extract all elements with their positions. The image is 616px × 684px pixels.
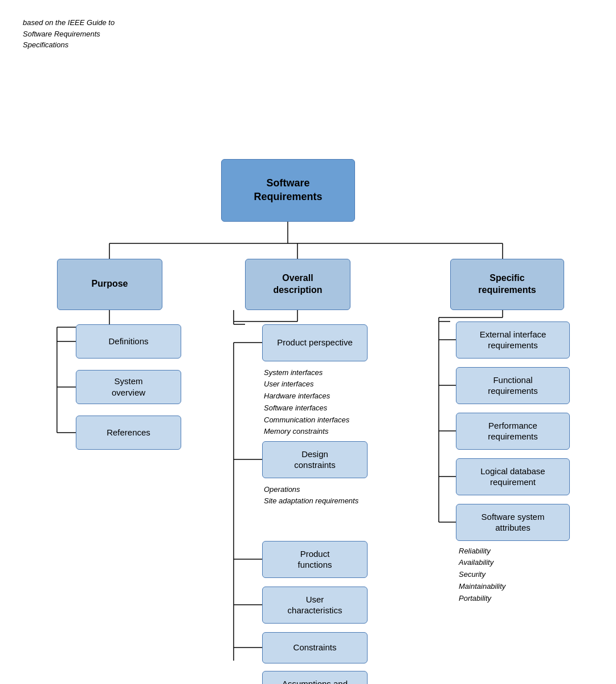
design-constraints-box: Designconstraints	[262, 441, 368, 478]
root-box: SoftwareRequirements	[221, 159, 355, 222]
diagram: SoftwareRequirements Purpose Overalldesc…	[0, 62, 616, 661]
overall-description-box: Overalldescription	[245, 259, 350, 310]
functional-requirements-box: Functionalrequirements	[456, 367, 570, 404]
external-interface-box: External interfacerequirements	[456, 321, 570, 359]
product-functions-box: Productfunctions	[262, 541, 368, 578]
performance-requirements-box: Performancerequirements	[456, 413, 570, 450]
system-overview-box: Systemoverview	[76, 370, 181, 404]
software-system-box: Software systemattributes	[456, 504, 570, 541]
constraints-box: Constraints	[262, 632, 368, 663]
references-box: References	[76, 416, 181, 450]
software-system-sub: Reliability Availability Security Mainta…	[459, 545, 505, 605]
product-perspective-box: Product perspective	[262, 324, 368, 361]
specific-requirements-box: Specificrequirements	[450, 259, 564, 310]
assumptions-box: Assumptions anddependencies	[262, 671, 368, 685]
user-characteristics-box: Usercharacteristics	[262, 587, 368, 624]
product-perspective-sub: System interfaces User interfaces Hardwa…	[264, 367, 349, 438]
definitions-box: Definitions	[76, 324, 181, 359]
purpose-box: Purpose	[57, 259, 162, 310]
design-constraints-sub: Operations Site adaptation requirements	[264, 484, 358, 508]
logical-database-box: Logical databaserequirement	[456, 458, 570, 495]
subtitle: based on the IEEE Guide toSoftware Requi…	[23, 17, 616, 51]
